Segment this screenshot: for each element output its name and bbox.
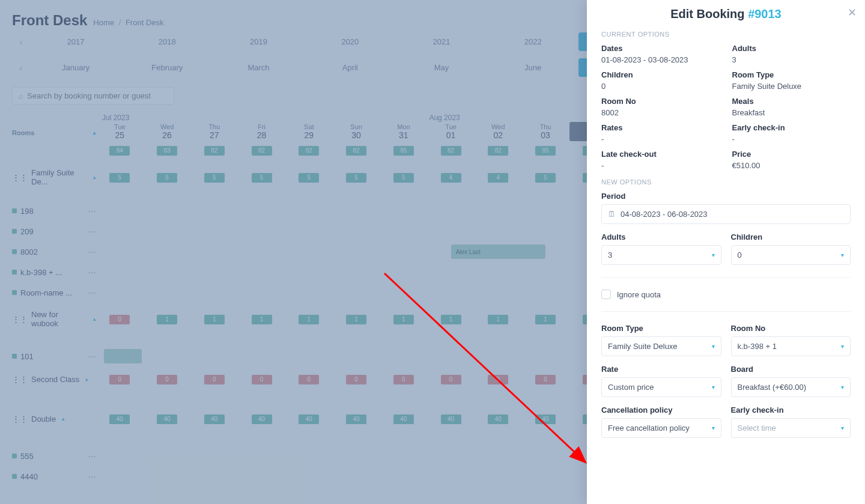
current-earlyin: - <box>732 135 851 144</box>
roomno-select[interactable]: k.b-398 + 1▾ <box>731 336 851 356</box>
current-rates: - <box>601 135 720 144</box>
board-select[interactable]: Breakfast (+€60.00)▾ <box>731 377 851 397</box>
current-dates: 01-08-2023 - 03-08-2023 <box>601 55 720 64</box>
booking-number: #9013 <box>748 7 782 20</box>
rate-select[interactable]: Custom price▾ <box>601 377 721 397</box>
current-roomno: 8002 <box>601 108 720 117</box>
chevron-down-icon: ▾ <box>841 343 844 350</box>
chevron-down-icon: ▾ <box>841 384 844 390</box>
current-children: 0 <box>601 82 720 91</box>
current-lateout: - <box>601 161 720 170</box>
chevron-down-icon: ▾ <box>712 343 715 350</box>
current-price: €510.00 <box>732 161 851 170</box>
chevron-down-icon: ▾ <box>712 252 715 258</box>
cancellation-policy-select[interactable]: Free cancellation policy▾ <box>601 418 721 438</box>
chevron-down-icon: ▾ <box>712 384 715 390</box>
calendar-icon: 🗓 <box>608 210 616 219</box>
close-icon[interactable]: ✕ <box>848 6 857 19</box>
section-current-label: CURRENT OPTIONS <box>601 31 851 38</box>
section-new-label: NEW OPTIONS <box>601 178 851 186</box>
chevron-down-icon: ▾ <box>841 252 844 258</box>
chevron-down-icon: ▾ <box>712 425 715 431</box>
current-roomtype: Family Suite Deluxe <box>732 82 851 91</box>
current-meals: Breakfast <box>732 108 851 117</box>
edit-booking-panel: ✕ Edit Booking #9013 CURRENT OPTIONS Dat… <box>587 0 865 504</box>
children-select[interactable]: 0▾ <box>731 245 851 265</box>
period-field[interactable]: 🗓04-08-2023 - 06-08-2023 <box>601 204 851 224</box>
earlyin-select[interactable]: Select time▾ <box>731 418 851 438</box>
adults-select[interactable]: 3▾ <box>601 245 721 265</box>
panel-title: Edit Booking #9013 <box>601 7 851 21</box>
roomtype-select[interactable]: Family Suite Deluxe▾ <box>601 336 721 356</box>
ignore-quota-checkbox[interactable]: Ignore quota <box>601 290 851 299</box>
chevron-down-icon: ▾ <box>841 425 844 431</box>
current-adults: 3 <box>732 55 851 64</box>
